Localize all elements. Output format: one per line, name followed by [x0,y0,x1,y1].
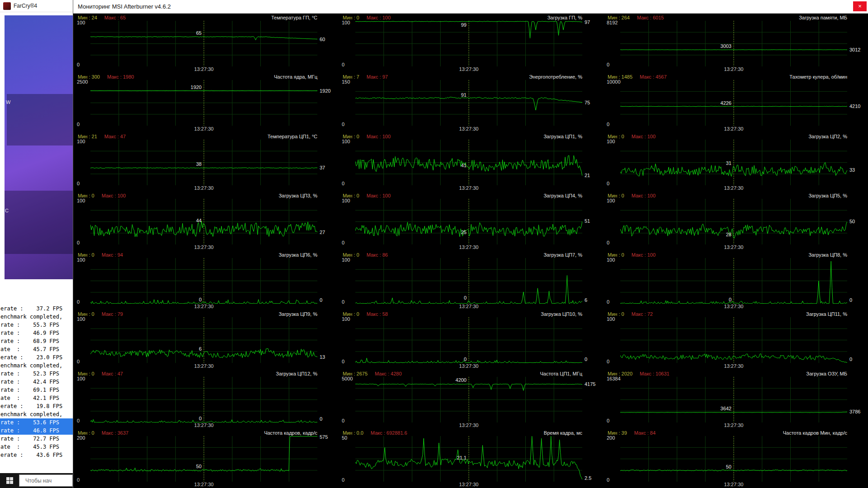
panel-max-value: Макс : 6015 [637,14,664,21]
y-axis-max-label: 100 [607,198,615,203]
monitor-panel: Мин : 0Макс : 86Загрузка ЦП7, %10000613:… [338,251,603,310]
panel-title: Время кадра, мс [544,429,582,436]
monitor-panel: Мин : 0Макс : 100Загрузка ЦП5, %10002850… [603,192,868,251]
panel-current-value: 37 [320,165,325,170]
panel-graph: 0 [90,258,317,304]
console-line[interactable]: rate : 69.1 FPS [0,386,73,394]
panel-mid-value: 1920 [191,84,202,90]
console-line[interactable]: ate : 42.1 FPS [0,394,73,402]
current-value-gutter: 21 [582,140,603,185]
console-line[interactable]: ate : 45.7 FPS [0,345,73,353]
panel-header: Мин : 0Макс : 100Загрузка ЦП2, % [603,132,868,140]
y-axis: 1000 [73,317,90,363]
current-value-gutter: 27 [317,199,338,244]
monitor-panel: Мин : 1485Макс : 4567Тахометр кулера, об… [603,73,868,132]
y-axis: 1000 [338,140,355,185]
panel-graph: 25 [355,199,582,244]
console-line[interactable]: ate : 45.3 FPS [0,443,73,451]
y-axis: 1000 [73,377,90,422]
console-line[interactable]: rate : 68.9 FPS [0,337,73,345]
panel-timestamp: 13:27:30 [73,66,338,73]
panel-max-value: Макс : 100 [632,192,656,199]
y-axis-max-label: 100 [342,139,350,144]
panel-body: 15009175 [338,80,603,126]
y-axis-max-label: 2500 [77,79,88,84]
console-line[interactable]: rate : 55.3 FPS [0,321,73,329]
monitor-panel: Мин : 300Макс : 1980Частота ядра, МГц250… [73,73,338,132]
panel-max-value: Макс : 100 [367,192,391,199]
console-line[interactable]: enchmark completed, [0,361,73,370]
panel-body: 10009997 [338,21,603,66]
console-line[interactable]: rate : 52.3 FPS [0,370,73,378]
y-axis: 1000 [603,317,620,363]
panel-graph: 28 [620,199,847,244]
panel-timestamp: 13:27:30 [603,126,868,132]
start-button[interactable] [0,473,19,488]
panel-timestamp: 13:27:30 [603,482,868,488]
panel-body: 10003837 [73,140,338,185]
console-line[interactable]: enchmark completed, [0,313,73,321]
panel-header: Мин : 0Макс : 100Загрузка ЦП8, % [603,251,868,258]
panel-body: 10000042264210 [603,80,868,126]
current-value-gutter: 0 [847,258,868,304]
panel-current-value: 4175 [585,381,595,387]
console-line[interactable]: erate : 37.2 FPS [0,305,73,313]
current-value-gutter: 37 [317,140,338,185]
farcry-titlebar[interactable]: FarCry®4 [0,0,73,12]
panel-body: 10006560 [73,21,338,66]
y-axis-zero-label: 0 [342,181,344,186]
panel-body: 10002850 [603,199,868,244]
y-axis: 2000 [73,436,90,482]
console-line[interactable]: rate : 46.9 FPS [0,329,73,337]
console-line[interactable]: erate : 43.6 FPS [0,451,73,459]
y-axis-zero-label: 0 [342,62,344,67]
panel-max-value: Макс : 692881.6 [371,429,407,436]
panel-title: Энергопотребление, % [529,73,582,80]
panel-graph: 0 [355,258,582,304]
y-axis-zero-label: 0 [342,359,344,364]
y-axis-max-label: 100 [607,257,615,263]
panel-title: Загрузка ЦП6, % [278,251,317,258]
search-input[interactable] [25,478,73,484]
panel-current-value: 0 [849,357,852,362]
panel-timestamp: 13:27:30 [603,422,868,429]
panel-timestamp: 13:27:30 [338,304,603,310]
monitor-panel: Мин : 2020Макс : 10631Загрузка ОЗУ, МБ16… [603,370,868,429]
current-value-gutter: 1920 [317,80,338,126]
console-line[interactable]: enchmark completed, [0,410,73,418]
panel-max-value: Макс : 1980 [107,73,134,80]
panel-mid-value: 31 [726,160,731,166]
panel-mid-value: 0 [199,297,202,302]
panel-title: Загрузка памяти, МБ [799,14,847,21]
current-value-gutter [847,436,868,482]
monitor-panel: Мин : 0Макс : 100Загрузка ЦП2, %10003133… [603,132,868,192]
panel-mid-value: 0 [464,295,467,300]
game-hud-letter: W [6,99,10,105]
panel-mid-value: 44 [196,218,202,223]
panel-timestamp: 13:27:30 [338,66,603,73]
panel-timestamp: 13:27:30 [73,185,338,192]
panel-current-value: 97 [585,19,590,25]
console-line[interactable]: rate : 42.4 FPS [0,378,73,386]
taskbar-search[interactable] [19,474,73,487]
panel-current-value: 0 [585,357,587,362]
console-line[interactable]: erate : 19.8 FPS [0,402,73,410]
panel-timestamp: 13:27:30 [603,363,868,370]
close-button[interactable]: × [853,1,867,11]
y-axis-zero-label: 0 [607,181,609,186]
afterburner-titlebar[interactable]: Мониторинг MSI Afterburner v4.6.2 × [73,0,868,14]
panel-body: 10004427 [73,199,338,244]
panel-current-value: 575 [320,434,328,440]
panel-header: Мин : 2675Макс : 4280Частота ЦП1, МГц [338,370,603,377]
panel-title: Частота ЦП1, МГц [540,370,582,377]
panel-body: 1000613 [73,317,338,363]
current-value-gutter: 60 [317,21,338,66]
console-line[interactable]: rate : 46.8 FPS [0,427,73,435]
console-line[interactable]: rate : 72.7 FPS [0,435,73,443]
console-line[interactable]: erate : 23.0 FPS [0,353,73,361]
panel-graph: 3642 [620,377,847,422]
panel-title: Загрузка ГП, % [547,14,582,21]
panel-current-value: 0 [849,297,852,303]
y-axis-zero-label: 0 [342,122,344,127]
console-line[interactable]: rate : 53.6 FPS [0,418,73,427]
